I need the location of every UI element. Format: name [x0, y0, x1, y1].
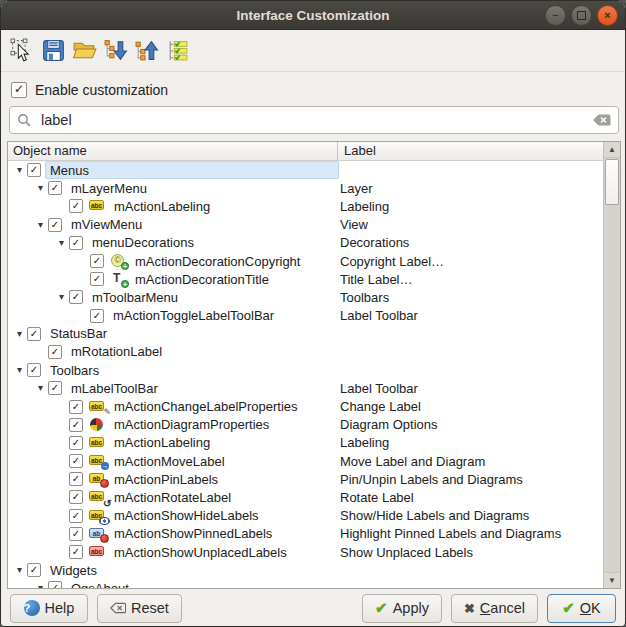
tree-row[interactable]: ✓mActionDiagramPropertiesDiagram Options	[8, 416, 603, 434]
tree-row[interactable]: ✓abcmActionShowUnplacedLabelsShow Unplac…	[8, 543, 603, 561]
tree-row[interactable]: ▾✓Widgets	[8, 561, 603, 579]
open-file-button[interactable]	[71, 35, 98, 65]
tree-row[interactable]: ▾✓mToolbarMenuToolbars	[8, 288, 603, 306]
tree-row[interactable]: ▾✓mLayerMenuLayer	[8, 179, 603, 197]
help-button[interactable]: ? Help	[10, 594, 88, 623]
scrollbar-thumb[interactable]	[605, 159, 619, 205]
row-checkbox[interactable]: ✓	[69, 418, 83, 432]
show-unplaced-icon: abc	[89, 545, 108, 559]
row-checkbox[interactable]: ✓	[69, 454, 83, 468]
tree-row[interactable]: ✓abmActionPinLabelsPin/Unpin Labels and …	[8, 470, 603, 488]
tree-row[interactable]: ✓©+mActionDecorationCopyrightCopyright L…	[8, 252, 603, 270]
row-checkbox[interactable]: ✓	[90, 272, 104, 286]
row-checkbox[interactable]: ✓	[90, 254, 104, 268]
scroll-up-arrow-icon[interactable]: ▲	[604, 142, 620, 158]
row-checkbox[interactable]: ✓	[48, 218, 62, 232]
row-checkbox[interactable]: ✓	[48, 381, 62, 395]
enable-customization-row[interactable]: ✓ Enable customization	[11, 82, 168, 98]
expand-all-button[interactable]	[133, 35, 160, 65]
expander-icon[interactable]: ▾	[33, 183, 48, 193]
tree-row[interactable]: ✓abmActionShowPinnedLabelsHighlight Pinn…	[8, 525, 603, 543]
row-checkbox[interactable]: ✓	[69, 199, 83, 213]
row-checkbox[interactable]: ✓	[69, 436, 83, 450]
tree-row[interactable]: ✓abcmActionShowHideLabelsShow/Hide Label…	[8, 507, 603, 525]
row-checkbox[interactable]: ✓	[69, 527, 83, 541]
expander-icon[interactable]: ▾	[33, 583, 48, 588]
reset-button[interactable]: Reset	[97, 594, 182, 623]
titlebar[interactable]: Interface Customization − ×	[1, 1, 625, 30]
row-checkbox[interactable]: ✓	[27, 363, 41, 377]
tree-row[interactable]: ✓abcmActionLabelingLabeling	[8, 434, 603, 452]
row-checkbox[interactable]: ✓	[69, 472, 83, 486]
row-checkbox[interactable]: ✓	[90, 309, 104, 323]
enable-customization-checkbox[interactable]: ✓	[11, 82, 27, 98]
row-checkbox[interactable]: ✓	[69, 400, 83, 414]
expander-icon[interactable]: ▾	[12, 329, 27, 339]
tree-row[interactable]: ▾✓StatusBar	[8, 325, 603, 343]
row-checkbox[interactable]: ✓	[48, 181, 62, 195]
row-checkbox[interactable]: ✓	[69, 545, 83, 559]
tree-row[interactable]: ▾✓mLabelToolBarLabel Toolbar	[8, 379, 603, 397]
clear-icon[interactable]	[592, 113, 611, 127]
row-checkbox[interactable]: ✓	[48, 345, 62, 359]
scroll-down-arrow-icon[interactable]: ▼	[604, 572, 620, 588]
reset-button-label: Reset	[131, 600, 169, 616]
row-checkbox[interactable]: ✓	[69, 290, 83, 304]
column-header-label[interactable]: Label	[338, 142, 603, 160]
row-checkbox[interactable]: ✓	[69, 236, 83, 250]
select-widgets-button[interactable]	[9, 35, 36, 65]
search-box[interactable]	[9, 106, 619, 134]
ok-button[interactable]: ✔ OK	[547, 594, 616, 623]
label-text: Show/Hide Labels and Diagrams	[340, 508, 529, 523]
show-hide-icon: abc	[89, 509, 108, 523]
label-text: View	[340, 217, 368, 232]
close-button[interactable]: ×	[597, 5, 618, 26]
folder-open-icon	[72, 38, 97, 63]
maximize-icon	[577, 11, 586, 20]
row-checkbox[interactable]: ✓	[69, 490, 83, 504]
maximize-button[interactable]	[571, 5, 592, 26]
row-checkbox[interactable]: ✓	[27, 563, 41, 577]
tree-row[interactable]: ✓mActionToggleLabelToolBarLabel Toolbar	[8, 307, 603, 325]
tree-row[interactable]: ▾✓menuDecorationsDecorations	[8, 234, 603, 252]
tree-row[interactable]: ▾✓QgsAbout	[8, 579, 603, 588]
ok-check-icon: ✔	[562, 599, 575, 617]
help-button-label: Help	[45, 600, 75, 616]
window-controls: − ×	[545, 5, 618, 26]
expander-icon[interactable]: ▾	[54, 238, 69, 248]
tree-row[interactable]: ✓mRotationLabel	[8, 343, 603, 361]
expander-icon[interactable]: ▾	[33, 383, 48, 393]
select-all-button[interactable]	[164, 35, 191, 65]
tree-row[interactable]: ▾✓Toolbars	[8, 361, 603, 379]
collapse-all-button[interactable]	[102, 35, 129, 65]
cancel-x-icon: ✖	[464, 601, 475, 616]
tree-row[interactable]: ✓abc✎mActionChangeLabelPropertiesChange …	[8, 397, 603, 415]
minimize-button[interactable]: −	[545, 5, 566, 26]
cancel-button-label: Cancel	[480, 600, 525, 616]
row-checkbox[interactable]: ✓	[69, 509, 83, 523]
cancel-button[interactable]: ✖ Cancel	[451, 594, 538, 623]
expander-icon[interactable]: ▾	[33, 220, 48, 230]
expander-icon[interactable]: ▾	[12, 565, 27, 575]
tree-row[interactable]: ▾✓mViewMenuView	[8, 216, 603, 234]
column-header-object-name[interactable]: Object name	[8, 142, 338, 160]
row-checkbox[interactable]: ✓	[27, 327, 41, 341]
object-name-text: mActionMoveLabel	[111, 454, 228, 469]
tree-row[interactable]: ✓abcmActionLabelingLabeling	[8, 197, 603, 215]
object-name-text: mActionChangeLabelProperties	[111, 399, 301, 414]
expander-icon[interactable]: ▾	[12, 165, 27, 175]
tree-row[interactable]: ✓abc↺mActionRotateLabelRotate Label	[8, 488, 603, 506]
tree-row[interactable]: ▾✓Menus	[8, 161, 603, 179]
row-checkbox[interactable]: ✓	[48, 581, 62, 588]
search-input[interactable]	[39, 111, 585, 129]
vertical-scrollbar[interactable]: ▲ ▼	[603, 142, 620, 588]
save-button[interactable]	[40, 35, 67, 65]
apply-button[interactable]: ✔ Apply	[362, 594, 442, 623]
object-name-text: Toolbars	[47, 363, 102, 378]
tree-row[interactable]: ✓abc→mActionMoveLabelMove Label and Diag…	[8, 452, 603, 470]
expander-icon[interactable]: ▾	[54, 292, 69, 302]
row-checkbox[interactable]: ✓	[27, 163, 41, 177]
expander-icon[interactable]: ▾	[12, 365, 27, 375]
object-name-text: Menus	[47, 163, 92, 178]
tree-row[interactable]: ✓T+mActionDecorationTitleTitle Label…	[8, 270, 603, 288]
